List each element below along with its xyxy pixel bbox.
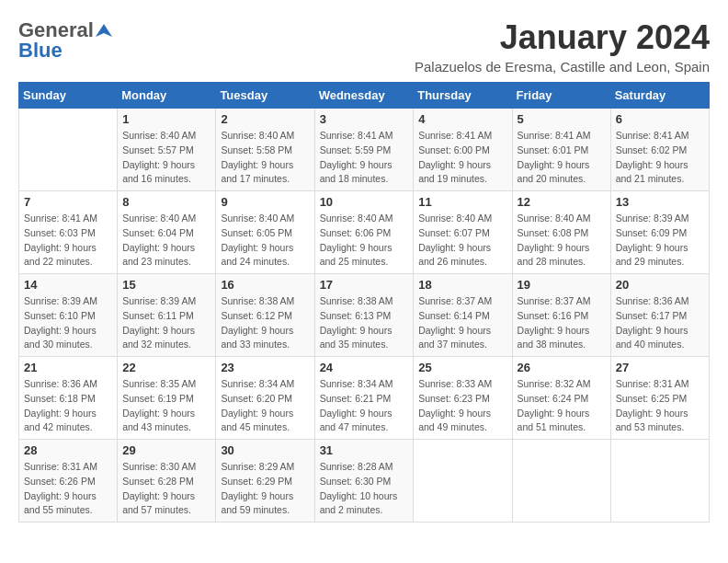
day-info: Sunrise: 8:31 AMSunset: 6:26 PMDaylight:… xyxy=(24,460,112,518)
day-info-line: Daylight: 9 hours xyxy=(518,324,606,339)
day-info-line: Sunset: 6:00 PM xyxy=(418,144,506,158)
calendar-cell: 26Sunrise: 8:32 AMSunset: 6:24 PMDayligh… xyxy=(512,357,610,440)
day-number: 17 xyxy=(320,278,409,292)
day-info-line: Sunset: 6:21 PM xyxy=(320,392,409,407)
calendar-cell: 3Sunrise: 8:41 AMSunset: 5:59 PMDaylight… xyxy=(314,109,414,191)
day-info-line: Sunrise: 8:34 AM xyxy=(221,377,309,392)
day-info-line: and 18 minutes. xyxy=(320,172,409,187)
day-number: 13 xyxy=(616,195,704,209)
calendar-cell: 4Sunrise: 8:41 AMSunset: 6:00 PMDaylight… xyxy=(414,109,512,191)
logo: General Blue xyxy=(18,18,112,63)
day-info-line: Sunset: 6:06 PM xyxy=(320,226,409,241)
day-info-line: and 2 minutes. xyxy=(320,503,409,518)
day-info: Sunrise: 8:39 AMSunset: 6:09 PMDaylight:… xyxy=(616,212,704,270)
day-info-line: Sunset: 6:14 PM xyxy=(418,309,506,324)
day-info-line: and 38 minutes. xyxy=(518,338,606,352)
day-info-line: Sunrise: 8:40 AM xyxy=(122,212,210,226)
day-info-line: and 28 minutes. xyxy=(518,255,606,270)
day-info-line: Sunrise: 8:40 AM xyxy=(320,212,409,226)
day-info-line: Daylight: 9 hours xyxy=(122,158,210,173)
day-info-line: Sunrise: 8:34 AM xyxy=(320,377,409,392)
day-info-line: and 21 minutes. xyxy=(616,172,704,187)
day-info-line: Daylight: 9 hours xyxy=(418,158,506,173)
day-info-line: Sunrise: 8:32 AM xyxy=(518,377,606,392)
header-sunday: Sunday xyxy=(19,83,118,109)
day-info-line: Daylight: 9 hours xyxy=(221,407,309,421)
day-info: Sunrise: 8:34 AMSunset: 6:20 PMDaylight:… xyxy=(221,377,309,435)
day-info-line: Sunrise: 8:41 AM xyxy=(418,129,506,144)
title-block: January 2024 Palazuelos de Eresma, Casti… xyxy=(415,18,710,75)
day-info-line: Sunset: 6:18 PM xyxy=(24,392,112,407)
calendar-cell: 28Sunrise: 8:31 AMSunset: 6:26 PMDayligh… xyxy=(19,440,118,523)
day-info-line: Sunrise: 8:36 AM xyxy=(616,294,704,309)
day-info-line: Sunrise: 8:41 AM xyxy=(616,129,704,144)
day-info-line: Sunrise: 8:40 AM xyxy=(221,212,309,226)
day-info-line: Daylight: 9 hours xyxy=(518,158,606,173)
day-info-line: and 43 minutes. xyxy=(122,420,210,435)
calendar-cell: 18Sunrise: 8:37 AMSunset: 6:14 PMDayligh… xyxy=(414,274,512,357)
header-thursday: Thursday xyxy=(414,83,512,109)
day-info-line: Daylight: 9 hours xyxy=(24,324,112,339)
day-info-line: and 29 minutes. xyxy=(616,255,704,270)
day-info-line: and 47 minutes. xyxy=(320,420,409,435)
day-info-line: Sunset: 6:23 PM xyxy=(418,392,506,407)
day-info-line: Daylight: 9 hours xyxy=(616,324,704,339)
day-info-line: and 16 minutes. xyxy=(122,172,210,187)
day-info-line: Sunset: 5:57 PM xyxy=(122,144,210,158)
day-info: Sunrise: 8:34 AMSunset: 6:21 PMDaylight:… xyxy=(320,377,409,435)
day-info-line: and 59 minutes. xyxy=(221,503,309,518)
day-info-line: Sunrise: 8:37 AM xyxy=(518,294,606,309)
day-info: Sunrise: 8:40 AMSunset: 6:06 PMDaylight:… xyxy=(320,212,409,270)
day-info-line: Sunset: 6:24 PM xyxy=(518,392,606,407)
day-info-line: Sunrise: 8:31 AM xyxy=(616,377,704,392)
day-info-line: Sunset: 6:19 PM xyxy=(122,392,210,407)
day-number: 24 xyxy=(320,361,409,374)
calendar-cell: 21Sunrise: 8:36 AMSunset: 6:18 PMDayligh… xyxy=(19,357,118,440)
calendar-cell: 2Sunrise: 8:40 AMSunset: 5:58 PMDaylight… xyxy=(216,109,314,191)
day-info: Sunrise: 8:41 AMSunset: 6:00 PMDaylight:… xyxy=(418,129,506,187)
day-info-line: Daylight: 9 hours xyxy=(518,407,606,421)
day-number: 19 xyxy=(518,278,606,292)
logo-bird-icon xyxy=(96,22,112,39)
calendar-cell xyxy=(610,440,709,523)
calendar-cell: 30Sunrise: 8:29 AMSunset: 6:29 PMDayligh… xyxy=(216,440,314,523)
day-info-line: Daylight: 9 hours xyxy=(320,324,409,339)
day-info-line: Sunrise: 8:41 AM xyxy=(518,129,606,144)
day-info-line: and 32 minutes. xyxy=(122,338,210,352)
day-info-line: and 40 minutes. xyxy=(616,338,704,352)
day-info-line: Sunset: 6:28 PM xyxy=(122,475,210,489)
day-info-line: and 26 minutes. xyxy=(418,255,506,270)
day-info-line: Daylight: 9 hours xyxy=(24,407,112,421)
day-info-line: and 20 minutes. xyxy=(518,172,606,187)
day-info-line: and 22 minutes. xyxy=(24,255,112,270)
day-info-line: Sunrise: 8:28 AM xyxy=(320,460,409,475)
day-info-line: Sunset: 6:09 PM xyxy=(616,226,704,241)
day-number: 15 xyxy=(122,278,210,292)
day-info-line: Daylight: 9 hours xyxy=(24,489,112,504)
day-info-line: Daylight: 9 hours xyxy=(320,407,409,421)
day-info-line: Sunset: 6:26 PM xyxy=(24,475,112,489)
calendar-cell: 15Sunrise: 8:39 AMSunset: 6:11 PMDayligh… xyxy=(118,274,216,357)
day-info: Sunrise: 8:36 AMSunset: 6:18 PMDaylight:… xyxy=(24,377,112,435)
day-info: Sunrise: 8:40 AMSunset: 6:07 PMDaylight:… xyxy=(418,212,506,270)
calendar-cell: 16Sunrise: 8:38 AMSunset: 6:12 PMDayligh… xyxy=(216,274,314,357)
day-info-line: Sunrise: 8:35 AM xyxy=(122,377,210,392)
day-info-line: and 35 minutes. xyxy=(320,338,409,352)
day-info: Sunrise: 8:40 AMSunset: 5:58 PMDaylight:… xyxy=(221,129,309,187)
day-info-line: Sunset: 6:01 PM xyxy=(518,144,606,158)
day-info-line: Daylight: 9 hours xyxy=(122,407,210,421)
day-info: Sunrise: 8:32 AMSunset: 6:24 PMDaylight:… xyxy=(518,377,606,435)
calendar-cell: 7Sunrise: 8:41 AMSunset: 6:03 PMDaylight… xyxy=(19,191,118,274)
day-info-line: Daylight: 9 hours xyxy=(122,324,210,339)
day-info-line: Sunset: 6:20 PM xyxy=(221,392,309,407)
calendar-cell: 24Sunrise: 8:34 AMSunset: 6:21 PMDayligh… xyxy=(314,357,414,440)
day-info-line: Sunrise: 8:39 AM xyxy=(616,212,704,226)
day-info-line: Daylight: 9 hours xyxy=(221,158,309,173)
day-info-line: Daylight: 9 hours xyxy=(418,324,506,339)
day-info: Sunrise: 8:41 AMSunset: 6:01 PMDaylight:… xyxy=(518,129,606,187)
header-friday: Friday xyxy=(512,83,610,109)
day-info-line: Sunset: 6:30 PM xyxy=(320,475,409,489)
calendar-cell: 11Sunrise: 8:40 AMSunset: 6:07 PMDayligh… xyxy=(414,191,512,274)
calendar-cell xyxy=(19,109,118,191)
day-number: 11 xyxy=(418,195,506,209)
